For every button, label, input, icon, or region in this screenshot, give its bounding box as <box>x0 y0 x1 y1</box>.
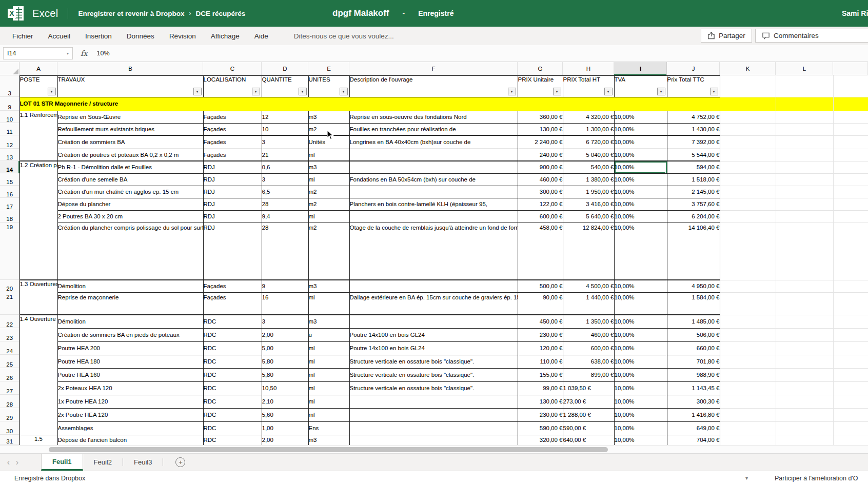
cell-description-22[interactable] <box>349 315 518 328</box>
cell-tva-17[interactable]: 10,00% <box>614 198 667 210</box>
cell-unites-26[interactable]: ml <box>308 368 349 381</box>
empty-cell[interactable] <box>720 97 776 111</box>
empty-cell[interactable] <box>776 435 833 445</box>
cell-quantite-18[interactable]: 9,4 <box>262 210 308 223</box>
empty-cell[interactable] <box>833 280 868 292</box>
name-box[interactable]: I14 ▾ <box>3 47 73 59</box>
cell-prix-total-ht-25[interactable]: 638,00 € <box>563 355 614 368</box>
column-header-L[interactable]: L <box>776 62 833 75</box>
empty-cell[interactable] <box>720 292 776 315</box>
cell-travaux-22[interactable]: Démolition <box>57 315 203 328</box>
cell-travaux-12[interactable]: Création de sommiers BA <box>57 135 203 149</box>
cell-prix-total-ht-14[interactable]: 540,00 € <box>563 161 614 173</box>
ribbon-tab-accueil[interactable]: Accueil <box>48 32 71 40</box>
filter-dropdown-icon[interactable]: ▾ <box>252 88 260 95</box>
cell-unites-13[interactable]: ml <box>308 149 349 161</box>
cell-quantite-17[interactable]: 28 <box>262 198 308 210</box>
lot-title-cell[interactable]: LOT 01 STR Maçonnerie / structure <box>19 97 720 111</box>
chevron-down-icon[interactable]: ▾ <box>745 475 748 481</box>
cell-description-16[interactable] <box>349 186 518 198</box>
empty-cell[interactable] <box>833 75 868 97</box>
tell-me-search[interactable]: Dites-nous ce que vous voulez... <box>294 32 394 40</box>
cell-unites-24[interactable]: ml <box>308 341 349 355</box>
row-header-13[interactable]: 13 <box>0 149 19 161</box>
row-header-12[interactable]: 12 <box>0 135 19 149</box>
empty-cell[interactable] <box>833 408 868 421</box>
cell-travaux-16[interactable]: Création d'un mur chaîné en agglos ep. 1… <box>57 186 203 198</box>
cell-description-14[interactable] <box>349 161 518 173</box>
empty-cell[interactable] <box>720 421 776 435</box>
empty-cell[interactable] <box>833 355 868 368</box>
cell-unites-23[interactable]: u <box>308 328 349 341</box>
empty-cell[interactable] <box>720 355 776 368</box>
empty-cell[interactable] <box>833 341 868 355</box>
cell-tva-30[interactable]: 10,00% <box>614 421 667 435</box>
empty-cell[interactable] <box>833 381 868 395</box>
cell-prix-unitaire-22[interactable]: 450,00 € <box>518 315 563 328</box>
ribbon-tab-revision[interactable]: Révision <box>169 32 196 40</box>
excel-logo-icon[interactable]: X <box>7 5 25 22</box>
cell-prix-total-ht-31[interactable]: 640,00 € <box>563 435 614 445</box>
cell-prix-total-ht-21[interactable]: 1 440,00 € <box>563 292 614 315</box>
cell-unites-22[interactable]: m3 <box>308 315 349 328</box>
cell-travaux-15[interactable]: Création d'une semelle BA <box>57 173 203 186</box>
cell-localisation-11[interactable]: Façades <box>203 123 262 135</box>
empty-cell[interactable] <box>776 292 833 315</box>
cell-quantite-11[interactable]: 10 <box>262 123 308 135</box>
empty-cell[interactable] <box>776 111 833 123</box>
empty-cell[interactable] <box>776 381 833 395</box>
breadcrumb-dropbox-link[interactable]: Enregistrer et revenir à Dropbox <box>78 10 184 17</box>
cell-quantite-23[interactable]: 2,00 <box>262 328 308 341</box>
cell-tva-13[interactable]: 10,00% <box>614 149 667 161</box>
cell-tva-14[interactable]: 10,00% <box>614 161 667 173</box>
cell-prix-total-ttc-13[interactable]: 5 544,00 € <box>667 149 720 161</box>
cell-localisation-30[interactable]: RDC <box>203 421 262 435</box>
cell-prix-total-ht-26[interactable]: 899,00 € <box>563 368 614 381</box>
cell-prix-unitaire-25[interactable]: 110,00 € <box>518 355 563 368</box>
cell-tva-23[interactable]: 10,00% <box>614 328 667 341</box>
add-sheet-button[interactable]: + <box>175 457 185 467</box>
row-header-22[interactable]: 22 <box>0 315 19 328</box>
select-all-corner[interactable] <box>0 62 19 75</box>
cell-tva-15[interactable]: 10,00% <box>614 173 667 186</box>
cell-prix-unitaire-27[interactable]: 99,00 € <box>518 381 563 395</box>
ribbon-tab-insertion[interactable]: Insertion <box>85 32 112 40</box>
row-header-21[interactable]: 21 <box>0 292 19 315</box>
row-header-19[interactable]: 19 <box>0 223 19 280</box>
ribbon-tab-fichier[interactable]: Fichier <box>12 32 33 40</box>
cell-quantite-31[interactable]: 2,00 <box>262 435 308 445</box>
fill-handle[interactable] <box>665 172 667 174</box>
cell-localisation-20[interactable]: Façades <box>203 280 262 292</box>
column-header-B[interactable]: B <box>57 62 203 75</box>
cell-localisation-27[interactable]: RDC <box>203 381 262 395</box>
cell-quantite-13[interactable]: 21 <box>262 149 308 161</box>
header-cell-description[interactable]: Description de l'ouvrage▾ <box>349 75 518 97</box>
cell-travaux-20[interactable]: Démolition <box>57 280 203 292</box>
empty-cell[interactable] <box>720 111 776 123</box>
cell-quantite-21[interactable]: 16 <box>262 292 308 315</box>
cell-tva-10[interactable]: 10,00% <box>614 111 667 123</box>
sheet-tab-feuil1[interactable]: Feuil1 <box>41 454 83 471</box>
cell-quantite-22[interactable]: 3 <box>262 315 308 328</box>
cell-poste-14[interactable]: 1.2 Création plancher RDJ <box>19 161 57 280</box>
empty-cell[interactable] <box>776 355 833 368</box>
cell-prix-total-ttc-15[interactable]: 1 518,00 € <box>667 173 720 186</box>
header-cell-unites[interactable]: UNITES▾ <box>308 75 349 97</box>
ribbon-tab-donnees[interactable]: Données <box>127 32 154 40</box>
cell-travaux-14[interactable]: Pb R-1 - Démolition dalle et Fouilles <box>57 161 203 173</box>
cell-prix-total-ht-24[interactable]: 600,00 € <box>563 341 614 355</box>
cell-unites-29[interactable]: ml <box>308 408 349 421</box>
empty-cell[interactable] <box>776 186 833 198</box>
cell-travaux-11[interactable]: Refouillement murs existants briques <box>57 123 203 135</box>
header-cell-travaux[interactable]: TRAVAUX▾ <box>57 75 203 97</box>
cell-quantite-30[interactable]: 1,00 <box>262 421 308 435</box>
cell-quantite-12[interactable]: 3 <box>262 135 308 149</box>
cell-prix-total-ht-16[interactable]: 1 950,00 € <box>563 186 614 198</box>
filter-dropdown-icon[interactable]: ▾ <box>340 88 348 95</box>
cell-unites-15[interactable]: ml <box>308 173 349 186</box>
column-header-offscreen[interactable] <box>833 62 868 75</box>
cell-prix-unitaire-16[interactable]: 300,00 € <box>518 186 563 198</box>
cell-description-24[interactable]: Poutre 14x100 en bois GL24 <box>349 341 518 355</box>
empty-cell[interactable] <box>776 97 833 111</box>
empty-cell[interactable] <box>720 368 776 381</box>
